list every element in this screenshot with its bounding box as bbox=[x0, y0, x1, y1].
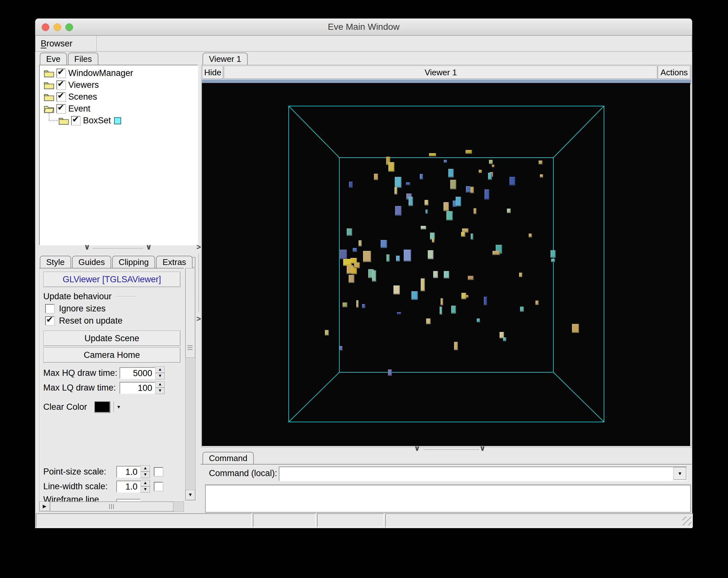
scene-box bbox=[432, 238, 435, 242]
divider bbox=[116, 296, 137, 297]
scene-tree: WindowManagerViewersScenesEventBoxSet bbox=[41, 67, 196, 127]
boxset-color-swatch[interactable] bbox=[114, 117, 121, 124]
command-output-area[interactable] bbox=[205, 484, 691, 513]
hide-button[interactable]: Hide bbox=[202, 66, 223, 79]
spin-down-icon[interactable]: ▼ bbox=[155, 373, 165, 379]
resize-grip[interactable] bbox=[682, 517, 692, 525]
tree-item-boxset[interactable]: BoxSet bbox=[41, 115, 196, 127]
spin-up-icon[interactable]: ▲ bbox=[141, 465, 150, 472]
scene-box bbox=[468, 276, 474, 280]
scene-box bbox=[461, 232, 465, 237]
clear-color-swatch[interactable] bbox=[94, 401, 110, 413]
tree-item-checkbox[interactable] bbox=[56, 80, 66, 90]
point-size-spinner[interactable]: ▲▼ bbox=[141, 465, 150, 478]
tab-eve[interactable]: Eve bbox=[40, 53, 67, 65]
tab-extras[interactable]: Extras bbox=[156, 256, 192, 268]
style-panel-vertical-scrollbar[interactable]: ▲ ▼ bbox=[185, 257, 196, 500]
spin-up-icon[interactable]: ▲ bbox=[155, 381, 165, 388]
ignore-sizes-checkbox[interactable] bbox=[45, 304, 54, 313]
scene-box bbox=[424, 200, 428, 205]
max-lq-input[interactable]: 100 bbox=[120, 382, 155, 394]
tree-item-windowmanager[interactable]: WindowManager bbox=[41, 67, 196, 79]
horizontal-splitter[interactable]: ∨ ∨ bbox=[201, 447, 691, 454]
update-scene-button[interactable]: Update Scene bbox=[43, 331, 180, 346]
scrollbar-thumb[interactable] bbox=[50, 502, 173, 511]
tree-item-scenes[interactable]: Scenes bbox=[41, 91, 196, 103]
spin-down-icon[interactable]: ▼ bbox=[141, 487, 150, 493]
scene-box bbox=[519, 273, 522, 277]
max-lq-spinner[interactable]: ▲▼ bbox=[155, 381, 165, 394]
point-size-checkbox[interactable] bbox=[154, 467, 163, 476]
actions-button[interactable]: Actions bbox=[658, 66, 691, 79]
scroll-down-icon[interactable]: ▼ bbox=[185, 490, 195, 500]
scroll-right-icon[interactable]: ▶ bbox=[40, 501, 50, 511]
gl-viewport[interactable] bbox=[202, 83, 690, 446]
tree-item-viewers[interactable]: Viewers bbox=[41, 79, 196, 91]
spin-up-icon[interactable]: ▲ bbox=[155, 367, 165, 373]
tree-item-event[interactable]: Event bbox=[41, 103, 196, 115]
command-input[interactable] bbox=[279, 467, 674, 481]
tree-item-checkbox[interactable] bbox=[56, 92, 66, 102]
scene-box bbox=[374, 174, 378, 180]
scene-box bbox=[485, 189, 489, 200]
tab-style[interactable]: Style bbox=[40, 256, 71, 268]
menu-items-box: BrowserEve bbox=[35, 35, 97, 52]
thumb-grip bbox=[187, 345, 192, 350]
tab-files[interactable]: Files bbox=[68, 53, 98, 65]
folder-icon bbox=[44, 69, 54, 78]
tab-command[interactable]: Command bbox=[203, 452, 254, 464]
scene-box bbox=[492, 165, 494, 167]
line-width-spinner[interactable]: ▲▼ bbox=[141, 480, 150, 493]
max-hq-spinner[interactable]: ▲▼ bbox=[155, 367, 165, 379]
tree-item-label: WindowManager bbox=[68, 68, 133, 78]
scene-box bbox=[484, 297, 487, 305]
splitter-dots bbox=[198, 254, 199, 312]
ignore-sizes-row: Ignore sizes bbox=[45, 304, 106, 314]
scene-box bbox=[448, 169, 454, 178]
update-behaviour-group: Update behaviour bbox=[43, 292, 137, 301]
camera-home-button[interactable]: Camera Home bbox=[43, 347, 180, 363]
tree-item-label: Scenes bbox=[68, 92, 97, 102]
clear-color-dropdown-icon[interactable]: ▼ bbox=[116, 404, 121, 410]
horizontal-splitter[interactable]: ∨ ∨ bbox=[39, 245, 197, 253]
glviewer-button[interactable]: GLViewer [TGLSAViewer] bbox=[43, 272, 180, 287]
tab-clipping[interactable]: Clipping bbox=[112, 256, 155, 268]
status-segment bbox=[385, 513, 693, 527]
tree-item-checkbox[interactable] bbox=[71, 116, 80, 125]
splitter-chevron-icon: ∨ bbox=[414, 445, 420, 451]
vertical-splitter[interactable]: > > bbox=[197, 243, 201, 323]
line-width-row: Line-width scale: 1.0 ▲▼ bbox=[43, 480, 163, 493]
scene-box bbox=[406, 182, 410, 185]
reset-on-update-row: Reset on update bbox=[45, 316, 122, 326]
scene-box bbox=[394, 187, 397, 194]
reset-on-update-checkbox[interactable] bbox=[45, 316, 54, 325]
scene-box bbox=[421, 226, 426, 229]
scene-box bbox=[520, 307, 524, 312]
spin-down-icon[interactable]: ▼ bbox=[155, 388, 165, 394]
combo-dropdown-icon[interactable]: ▼ bbox=[674, 467, 686, 480]
scene-box bbox=[510, 177, 515, 185]
divider bbox=[113, 401, 114, 412]
line-width-input[interactable]: 1.0 bbox=[116, 481, 141, 493]
tree-item-checkbox[interactable] bbox=[56, 104, 66, 113]
tab-viewer-1[interactable]: Viewer 1 bbox=[203, 53, 248, 65]
line-width-checkbox[interactable] bbox=[154, 482, 163, 491]
thumb-grip bbox=[109, 504, 114, 509]
command-combobox[interactable]: ▼ bbox=[279, 467, 687, 481]
scene-box bbox=[352, 267, 357, 274]
style-panel-horizontal-scrollbar[interactable]: ◀ ▶ bbox=[39, 501, 184, 512]
spin-down-icon[interactable]: ▼ bbox=[141, 472, 150, 478]
menu-filler bbox=[97, 35, 692, 52]
scene-box bbox=[450, 180, 456, 189]
scrollbar-thumb[interactable] bbox=[185, 268, 195, 358]
tab-guides[interactable]: Guides bbox=[72, 256, 111, 268]
spin-up-icon[interactable]: ▲ bbox=[141, 480, 150, 487]
scene-box bbox=[539, 160, 543, 164]
viewer-title-bar[interactable]: Viewer 1 bbox=[224, 66, 657, 79]
tree-item-checkbox[interactable] bbox=[56, 69, 66, 78]
command-tab-bar: Command bbox=[203, 452, 255, 465]
max-hq-input[interactable]: 5000 bbox=[120, 367, 155, 379]
scene-box bbox=[540, 174, 543, 178]
menu-browser[interactable]: Browser bbox=[35, 36, 78, 51]
point-size-input[interactable]: 1.0 bbox=[116, 466, 141, 478]
